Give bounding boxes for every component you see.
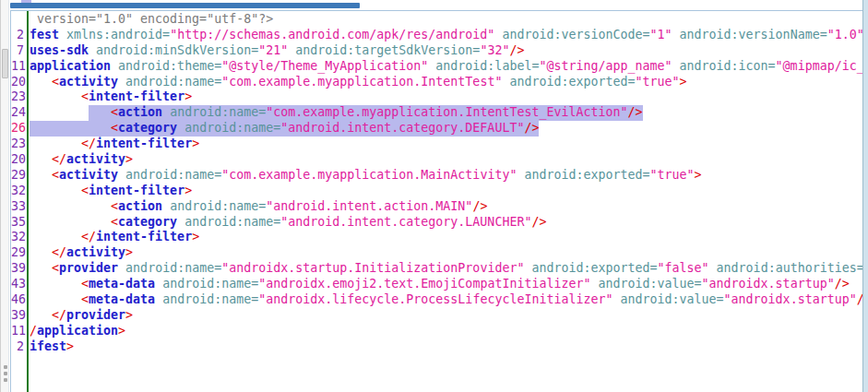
code-token: </ xyxy=(52,152,66,166)
line-number: 20 xyxy=(11,75,27,90)
code-line: </intent-filter> xyxy=(30,137,862,152)
code-line: <action android:name="com.example.myappl… xyxy=(30,105,862,121)
code-token: < xyxy=(81,89,89,103)
line-number: 23 xyxy=(11,89,27,105)
code-token: > xyxy=(125,308,133,322)
code-token: application xyxy=(30,59,111,73)
code-token: "false" xyxy=(658,261,709,275)
code-token: fest xyxy=(30,28,59,42)
code-token: "androidx.startup" xyxy=(724,292,857,306)
code-token: activity xyxy=(59,75,118,89)
code-line: uses-sdk android:minSdkVersion="21" andr… xyxy=(30,43,862,59)
code-token: "com.example.myapplication.MainActivity" xyxy=(221,168,517,182)
code-token xyxy=(30,261,52,275)
code-token: / xyxy=(30,324,37,338)
line-number: 35 xyxy=(11,215,27,231)
code-token xyxy=(162,105,170,119)
code-area[interactable]: version="1.0" encoding="utf-8"?>fest xml… xyxy=(29,11,862,392)
code-token: "32" xyxy=(480,43,509,57)
code-line: ifest> xyxy=(30,339,862,355)
code-token: "@style/Theme_MyApplication" xyxy=(221,59,428,73)
code-token: android:value= xyxy=(598,277,701,291)
line-number: 43 xyxy=(11,277,27,292)
line-number: 32 xyxy=(11,230,27,245)
code-token xyxy=(111,59,118,73)
code-token: "com.example.myapplication.IntentTest" xyxy=(221,75,502,89)
code-token: ifest xyxy=(30,339,66,353)
gutter: 271120232426232029323335322939434639112 xyxy=(11,11,29,392)
code-token xyxy=(155,292,162,306)
code-token: > xyxy=(125,245,133,259)
code-token: android:name= xyxy=(162,292,258,306)
code-token: < xyxy=(52,75,59,89)
code-token: android:name= xyxy=(184,215,280,229)
code-token: /> xyxy=(524,121,539,135)
code-token: android:name= xyxy=(125,75,221,89)
code-token: </ xyxy=(81,137,96,150)
code-token: < xyxy=(111,105,118,119)
line-number: 32 xyxy=(11,184,27,199)
code-token: /> xyxy=(835,277,850,291)
left-scrollbar-thumb[interactable] xyxy=(2,49,8,78)
code-token: < xyxy=(111,215,118,229)
code-token xyxy=(177,215,184,229)
code-token xyxy=(30,230,81,244)
code-token xyxy=(118,75,125,89)
code-token: android:icon= xyxy=(680,59,776,73)
code-line: <meta-data android:name="androidx.emoji2… xyxy=(30,277,862,292)
code-token xyxy=(30,152,52,166)
code-token: "true" xyxy=(650,168,695,182)
code-token xyxy=(89,105,111,119)
code-token: intent-filter xyxy=(96,230,192,244)
code-token: /> xyxy=(509,43,524,57)
code-token: activity xyxy=(59,168,118,182)
code-token: android:name= xyxy=(170,199,266,213)
line-number: 11 xyxy=(11,59,27,75)
code-token: xmlns:android= xyxy=(66,28,170,42)
code-token xyxy=(30,75,52,89)
code-token: < xyxy=(81,184,89,197)
code-token: > xyxy=(680,75,687,89)
code-line: <intent-filter> xyxy=(30,89,862,105)
line-number: 11 xyxy=(11,324,27,339)
grip-dots-icon[interactable] xyxy=(1,365,9,382)
line-number: 39 xyxy=(11,261,27,277)
line-number: 29 xyxy=(11,245,27,261)
code-token xyxy=(672,59,680,73)
line-number xyxy=(11,12,27,28)
line-number: 2 xyxy=(11,28,27,43)
code-editor: 271120232426232029323335322939434639112 … xyxy=(10,10,862,392)
code-token: android:name= xyxy=(170,105,266,119)
code-line: <category android:name="android.intent.c… xyxy=(30,215,862,231)
code-token: < xyxy=(81,277,89,291)
code-token: activity xyxy=(66,245,125,259)
code-line: fest xmlns:android="http://schemas.andro… xyxy=(30,28,862,43)
code-token: > xyxy=(192,137,199,150)
code-token: /> xyxy=(472,199,487,213)
line-number: 23 xyxy=(11,137,27,152)
code-token: < xyxy=(81,292,89,306)
vertical-scrollbar[interactable] xyxy=(862,0,868,392)
code-token: "1.0" xyxy=(827,28,862,42)
code-token: uses-sdk xyxy=(30,43,89,57)
code-line: <intent-filter> xyxy=(30,184,862,199)
code-token: intent-filter xyxy=(89,184,184,197)
code-token xyxy=(30,184,81,197)
code-line: <activity android:name="com.example.myap… xyxy=(30,168,862,184)
code-token xyxy=(177,121,184,135)
code-line: <provider android:name="androidx.startup… xyxy=(30,261,862,277)
line-number: 29 xyxy=(11,168,27,184)
code-token: </ xyxy=(81,230,96,244)
code-token: /> xyxy=(628,105,643,119)
code-token: "http://schemas.android.com/apk/res/andr… xyxy=(170,28,494,42)
line-number: 20 xyxy=(11,152,27,168)
code-line: <activity android:name="com.example.myap… xyxy=(30,75,862,90)
code-token: "1" xyxy=(650,28,672,42)
left-scrollbar-rail[interactable] xyxy=(0,0,9,392)
code-token: "androidx.emoji2.text.EmojiCompatInitial… xyxy=(258,277,590,291)
code-line: <category android:name="android.intent.c… xyxy=(30,121,862,137)
horizontal-scrollbar[interactable] xyxy=(10,3,360,8)
code-token: "android.intent.action.MAIN" xyxy=(266,199,472,213)
code-token: provider xyxy=(59,261,118,275)
code-token: "com.example.myapplication.IntentTest_Ev… xyxy=(266,105,627,119)
